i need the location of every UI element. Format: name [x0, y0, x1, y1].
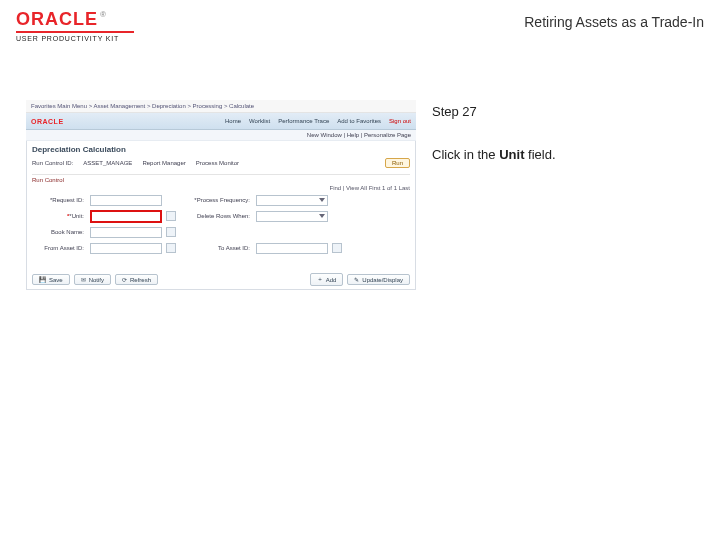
run-control-id-value: ASSET_MANAGE [83, 160, 132, 166]
update-icon: ✎ [354, 276, 359, 283]
panel-header-label: Run Control [32, 177, 64, 183]
unit-input[interactable] [90, 210, 162, 223]
top-nav: Home Worklist Performance Trace Add to F… [225, 118, 411, 124]
doc-title: Retiring Assets as a Trade-In [524, 14, 704, 30]
instruction-text: Click in the Unit field. [432, 147, 704, 162]
process-frequency-select[interactable] [256, 195, 328, 206]
embedded-screenshot: Favorites Main Menu > Asset Management >… [26, 100, 416, 290]
book-name-label: Book Name: [32, 229, 86, 235]
process-frequency-label: *Process Frequency: [180, 197, 252, 203]
book-name-input[interactable] [90, 227, 162, 238]
page-toolbar-links[interactable]: New Window | Help | Personalize Page [26, 130, 416, 141]
form-grid: *Request ID: *Process Frequency: **Unit:… [32, 193, 410, 255]
request-id-label: *Request ID: [32, 197, 86, 203]
action-footer: 💾Save ✉Notify ⟳Refresh ＋Add ✎Update/Disp… [32, 273, 410, 286]
app-oracle-wordmark: ORACLE [31, 118, 64, 125]
divider [32, 174, 410, 175]
unit-label: **Unit: [32, 213, 86, 219]
process-monitor-link[interactable]: Process Monitor [196, 160, 239, 166]
brand-bar: ORACLE Home Worklist Performance Trace A… [26, 113, 416, 130]
doc-header: ORACLE® USER PRODUCTIVITY KIT Retiring A… [16, 10, 704, 50]
notify-icon: ✉ [81, 276, 86, 283]
unit-lookup-icon[interactable] [166, 211, 176, 221]
app-frame: Favorites Main Menu > Asset Management >… [26, 100, 416, 290]
delete-rows-select[interactable] [256, 211, 328, 222]
request-id-input[interactable] [90, 195, 162, 206]
oracle-wordmark: ORACLE [16, 9, 98, 29]
to-asset-label: To Asset ID: [180, 245, 252, 251]
nav-performance-trace[interactable]: Performance Trace [278, 118, 329, 124]
from-asset-lookup-icon[interactable] [166, 243, 176, 253]
nav-add-favorites[interactable]: Add to Favorites [337, 118, 381, 124]
notify-button[interactable]: ✉Notify [74, 274, 111, 285]
run-control-line: Run Control ID: ASSET_MANAGE Report Mana… [26, 156, 416, 172]
doc-body: Favorites Main Menu > Asset Management >… [26, 100, 704, 524]
breadcrumb: Favorites Main Menu > Asset Management >… [26, 100, 416, 113]
refresh-icon: ⟳ [122, 276, 127, 283]
oracle-logo: ORACLE® USER PRODUCTIVITY KIT [16, 10, 134, 42]
update-display-button[interactable]: ✎Update/Display [347, 274, 410, 285]
panel-pager[interactable]: Find | View All First 1 of 1 Last [32, 185, 410, 191]
from-asset-input[interactable] [90, 243, 162, 254]
product-subtitle: USER PRODUCTIVITY KIT [16, 35, 134, 42]
run-control-id-label: Run Control ID: [32, 160, 73, 166]
step-label: Step 27 [432, 104, 704, 119]
form-panel: Run Control Find | View All First 1 of 1… [32, 177, 410, 255]
add-button[interactable]: ＋Add [310, 273, 344, 286]
to-asset-lookup-icon[interactable] [332, 243, 342, 253]
book-name-lookup-icon[interactable] [166, 227, 176, 237]
add-icon: ＋ [317, 275, 323, 284]
nav-home[interactable]: Home [225, 118, 241, 124]
from-asset-label: From Asset ID: [32, 245, 86, 251]
save-button[interactable]: 💾Save [32, 274, 70, 285]
delete-rows-label: Delete Rows When: [180, 213, 252, 219]
nav-signout[interactable]: Sign out [389, 118, 411, 124]
to-asset-input[interactable] [256, 243, 328, 254]
page-title: Depreciation Calculation [26, 141, 416, 156]
panel-header: Run Control [32, 177, 410, 183]
nav-worklist[interactable]: Worklist [249, 118, 270, 124]
refresh-button[interactable]: ⟳Refresh [115, 274, 158, 285]
logo-rule [16, 31, 134, 33]
trademark-icon: ® [100, 10, 106, 19]
instruction-column: Step 27 Click in the Unit field. [432, 104, 704, 162]
run-button[interactable]: Run [385, 158, 410, 168]
page-root: ORACLE® USER PRODUCTIVITY KIT Retiring A… [0, 0, 720, 540]
save-icon: 💾 [39, 276, 46, 283]
report-manager-link[interactable]: Report Manager [142, 160, 185, 166]
